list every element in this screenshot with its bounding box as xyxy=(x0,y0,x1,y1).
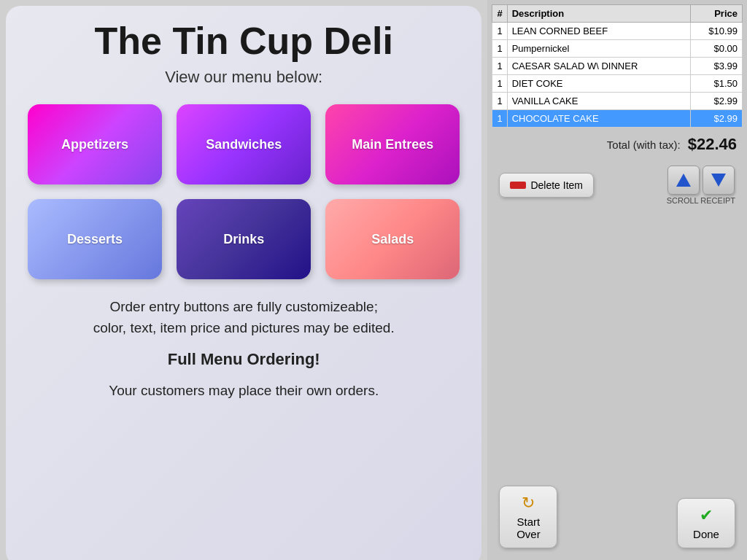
check-icon: ✔ xyxy=(700,506,713,525)
salads-button[interactable]: Salads xyxy=(325,199,460,279)
main-entrees-button[interactable]: Main Entrees xyxy=(325,104,460,184)
done-button[interactable]: ✔ Done xyxy=(677,498,735,548)
total-section: Total (with tax): $22.46 xyxy=(492,128,743,161)
table-row[interactable]: 1CAESAR SALAD W\ DINNER$3.99 xyxy=(492,58,743,75)
cell-price: $2.99 xyxy=(690,110,742,128)
cell-price: $0.00 xyxy=(690,40,742,58)
col-header-description: Description xyxy=(507,5,690,23)
scroll-section: SCROLL RECEIPT xyxy=(667,166,735,205)
down-arrow-icon xyxy=(711,174,726,187)
table-row[interactable]: 1CHOCOLATE CAKE$2.99 xyxy=(492,110,743,128)
cell-price: $1.50 xyxy=(690,75,742,93)
description-text: Order entry buttons are fully customizea… xyxy=(93,297,395,338)
delete-item-button[interactable]: Delete Item xyxy=(499,173,594,198)
menu-grid: Appetizers Sandwiches Main Entrees Desse… xyxy=(28,104,460,279)
desserts-button[interactable]: Desserts xyxy=(28,199,162,279)
total-amount: $22.46 xyxy=(688,135,737,154)
cell-description: CAESAR SALAD W\ DINNER xyxy=(507,58,690,75)
cell-description: CHOCOLATE CAKE xyxy=(507,110,690,128)
delete-label: Delete Item xyxy=(530,179,583,191)
up-arrow-icon xyxy=(676,174,691,187)
cell-description: LEAN CORNED BEEF xyxy=(507,23,690,40)
cell-description: Pumpernickel xyxy=(507,40,690,58)
total-label: Total (with tax): xyxy=(607,139,681,151)
full-menu-text: Full Menu Ordering! xyxy=(168,350,320,369)
right-panel: # Description Price 1LEAN CORNED BEEF$10… xyxy=(487,0,747,560)
refresh-icon: ↻ xyxy=(522,494,535,513)
col-header-price: Price xyxy=(690,5,742,23)
cell-qty: 1 xyxy=(492,58,507,75)
cell-description: VANILLA CAKE xyxy=(507,93,690,110)
cell-qty: 1 xyxy=(492,23,507,40)
cell-qty: 1 xyxy=(492,93,507,110)
table-row[interactable]: 1DIET COKE$1.50 xyxy=(492,75,743,93)
cell-qty: 1 xyxy=(492,75,507,93)
buttons-section: Delete Item SCROLL RECEIPT xyxy=(492,161,743,209)
delete-icon xyxy=(510,182,526,189)
bottom-section: ↻ StartOver ✔ Done xyxy=(492,376,743,556)
scroll-up-button[interactable] xyxy=(667,166,700,195)
cell-price: $2.99 xyxy=(690,93,742,110)
table-row[interactable]: 1LEAN CORNED BEEF$10.99 xyxy=(492,23,743,40)
table-row[interactable]: 1Pumpernickel$0.00 xyxy=(492,40,743,58)
appetizers-button[interactable]: Appetizers xyxy=(28,104,162,184)
start-over-button[interactable]: ↻ StartOver xyxy=(499,486,557,548)
cell-price: $10.99 xyxy=(690,23,742,40)
scroll-receipt-label: SCROLL RECEIPT xyxy=(667,196,735,205)
receipt-table: # Description Price 1LEAN CORNED BEEF$10… xyxy=(492,4,743,128)
start-over-label: StartOver xyxy=(516,516,541,540)
col-header-qty: # xyxy=(492,5,507,23)
cell-price: $3.99 xyxy=(690,58,742,75)
done-label: Done xyxy=(693,528,719,540)
cell-qty: 1 xyxy=(492,40,507,58)
app-title: The Tin Cup Deli xyxy=(95,20,393,62)
scroll-down-button[interactable] xyxy=(703,166,735,195)
scroll-buttons xyxy=(667,166,735,195)
left-panel: The Tin Cup Deli View our menu below: Ap… xyxy=(6,6,481,560)
cell-description: DIET COKE xyxy=(507,75,690,93)
cell-qty: 1 xyxy=(492,110,507,128)
drinks-button[interactable]: Drinks xyxy=(177,199,311,279)
sandwiches-button[interactable]: Sandwiches xyxy=(177,104,311,184)
table-row[interactable]: 1VANILLA CAKE$2.99 xyxy=(492,93,743,110)
customers-text: Your customers may place their own order… xyxy=(109,381,379,402)
subtitle: View our menu below: xyxy=(165,68,322,87)
